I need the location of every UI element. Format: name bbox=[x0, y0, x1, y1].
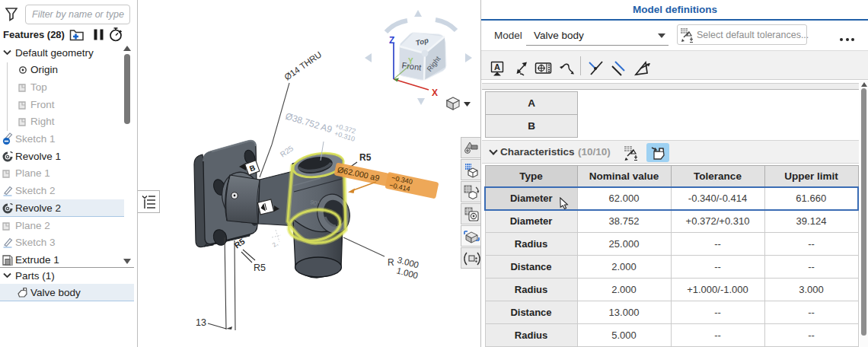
svg-text:Ø38.752 A9: Ø38.752 A9 bbox=[284, 110, 333, 135]
svg-text:X: X bbox=[432, 88, 438, 98]
svg-text:13: 13 bbox=[196, 317, 206, 328]
svg-text:Z: Z bbox=[389, 35, 394, 46]
svg-text:R5: R5 bbox=[254, 263, 266, 273]
svg-text:2,: 2, bbox=[271, 240, 279, 248]
svg-text:Ø14 THRU: Ø14 THRU bbox=[282, 49, 323, 81]
svg-text:R: R bbox=[388, 257, 394, 268]
svg-text:A: A bbox=[494, 62, 500, 72]
svg-text:Y: Y bbox=[408, 57, 413, 65]
svg-text:R25: R25 bbox=[279, 144, 295, 159]
svg-text:R5: R5 bbox=[359, 152, 372, 163]
